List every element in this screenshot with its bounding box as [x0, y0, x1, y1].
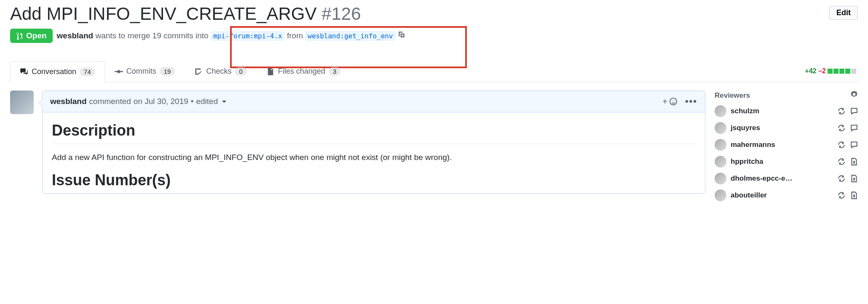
tab-commits[interactable]: Commits 19	[105, 61, 185, 82]
state-label: Open	[26, 31, 47, 40]
tab-checks-count: 0	[235, 67, 246, 76]
re-request-icon[interactable]	[838, 141, 845, 149]
reviewer-name-link[interactable]: jsquyres	[731, 124, 833, 132]
svg-point-2	[674, 101, 675, 101]
file-diff-icon[interactable]	[850, 175, 858, 182]
comment-author-avatar[interactable]	[10, 91, 34, 114]
reviewer-avatar[interactable]	[715, 189, 726, 201]
re-request-icon[interactable]	[838, 124, 845, 132]
tab-files-count: 3	[329, 67, 340, 76]
reviewers-gear-icon[interactable]	[850, 91, 858, 100]
re-request-icon[interactable]	[838, 192, 845, 199]
speech-bubble-icon[interactable]	[850, 141, 858, 149]
comment-h-issue: Issue Number(s)	[52, 164, 696, 189]
reviewer-avatar[interactable]	[715, 122, 726, 134]
file-diff-icon[interactable]	[850, 158, 858, 165]
reviewer-avatar[interactable]	[715, 156, 726, 168]
reviewer-name-link[interactable]: dholmes-epcc-e…	[731, 174, 833, 183]
svg-point-0	[670, 98, 677, 105]
tab-conversation[interactable]: Conversation 74	[10, 61, 105, 82]
tab-files[interactable]: Files changed 3	[257, 61, 350, 82]
reviewer-row: jsquyres	[715, 122, 858, 134]
comment-h-description: Description	[52, 114, 696, 144]
reviewer-row: mahermanns	[715, 139, 858, 151]
tab-conversation-label: Conversation	[32, 67, 76, 76]
edit-button[interactable]: Edit	[829, 6, 858, 20]
tab-checks[interactable]: Checks 0	[185, 61, 256, 82]
pr-title: Add MPI_INFO_ENV_CREATE_ARGV #126	[10, 3, 829, 24]
reviewer-name-link[interactable]: hppritcha	[731, 157, 833, 166]
tab-conversation-count: 74	[80, 67, 95, 76]
re-request-icon[interactable]	[838, 175, 845, 182]
reviewer-avatar[interactable]	[715, 105, 726, 117]
reviewer-row: hppritcha	[715, 156, 858, 168]
diff-additions: +42	[805, 67, 817, 75]
merge-text: wants to merge 19 commits into	[93, 31, 211, 40]
diff-deletions: −2	[818, 67, 826, 75]
speech-bubble-icon[interactable]	[850, 107, 858, 115]
speech-bubble-icon[interactable]	[850, 124, 858, 132]
git-pull-request-icon	[16, 32, 24, 40]
edited-label[interactable]: edited	[196, 97, 218, 106]
pr-title-text: Add MPI_INFO_ENV_CREATE_ARGV	[10, 4, 316, 24]
comment-author-link[interactable]: wesbland	[50, 97, 87, 106]
state-badge: Open	[10, 29, 53, 43]
checklist-icon	[194, 67, 203, 76]
reviewer-avatar[interactable]	[715, 139, 726, 151]
bullet: •	[191, 97, 194, 106]
reviewer-name-link[interactable]: schulzm	[731, 107, 833, 115]
file-diff-icon[interactable]	[850, 192, 858, 199]
reviewers-heading: Reviewers	[715, 91, 750, 100]
re-request-icon[interactable]	[838, 158, 845, 165]
add-reaction-button[interactable]: +	[662, 97, 678, 107]
copy-branch-icon[interactable]	[398, 31, 405, 40]
reviewer-name-link[interactable]: abouteiller	[731, 191, 833, 200]
sidebar: Reviewers schulzmjsquyresmahermannshppri…	[715, 91, 858, 206]
reviewer-avatar[interactable]	[715, 173, 726, 184]
head-branch[interactable]: wesbland:get_info_env	[305, 31, 395, 41]
tab-commits-count: 19	[160, 67, 175, 76]
diffstat: +42 −2	[805, 67, 858, 75]
comment-paragraph: Add a new API function for constructing …	[52, 152, 696, 164]
reviewer-row: abouteiller	[715, 189, 858, 201]
from-word: from	[285, 31, 305, 40]
tab-commits-label: Commits	[126, 67, 156, 76]
pr-number: #126	[321, 4, 361, 24]
git-commit-icon	[115, 67, 123, 76]
base-branch[interactable]: mpi-forum:mpi-4.x	[211, 31, 285, 41]
pr-author-link[interactable]: wesbland	[57, 31, 94, 40]
diff-blocks	[828, 69, 856, 74]
re-request-icon[interactable]	[838, 107, 845, 115]
comment-menu-button[interactable]: •••	[685, 96, 697, 107]
comment-box: wesbland commented on Jul 30, 2019 • edi…	[42, 91, 705, 194]
svg-point-1	[672, 101, 673, 101]
comment-verb: commented	[89, 97, 131, 106]
tab-checks-label: Checks	[206, 67, 231, 76]
file-diff-icon	[266, 67, 275, 76]
pr-tabs: Conversation 74 Commits 19 Checks 0 File…	[10, 61, 858, 82]
comment-date[interactable]: on Jul 30, 2019	[134, 97, 188, 106]
reviewer-row: dholmes-epcc-e…	[715, 173, 858, 184]
pr-meta: Open wesbland wants to merge 19 commits …	[10, 29, 858, 43]
edited-dropdown-icon[interactable]	[222, 101, 226, 105]
reviewer-row: schulzm	[715, 105, 858, 117]
comment-discussion-icon	[20, 67, 28, 76]
reviewer-name-link[interactable]: mahermanns	[731, 141, 833, 149]
tab-files-label: Files changed	[278, 67, 325, 76]
